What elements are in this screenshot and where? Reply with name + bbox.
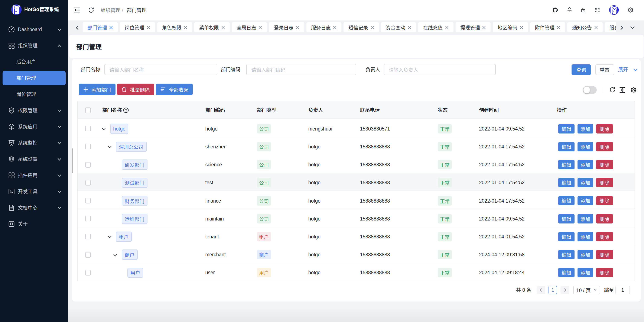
svg-text:?: ?	[125, 108, 127, 112]
